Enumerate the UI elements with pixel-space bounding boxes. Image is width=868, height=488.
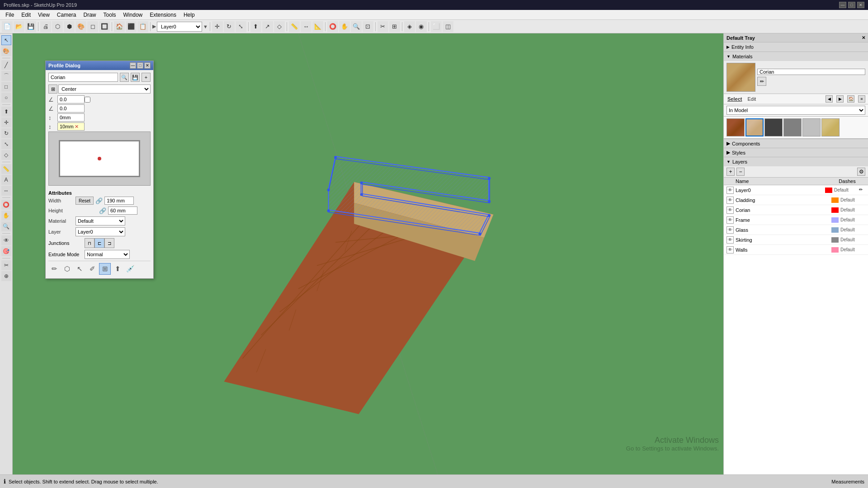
- mat-swatch-darkgray[interactable]: [764, 118, 783, 136]
- zoom-tool2[interactable]: 🔍: [1, 221, 11, 231]
- profile-tool-draw[interactable]: ✏: [48, 263, 60, 275]
- material-select[interactable]: Default: [75, 216, 125, 225]
- toolbar-layers[interactable]: 📋: [137, 21, 148, 32]
- profile-tool-shape[interactable]: ⬡: [61, 263, 73, 275]
- toolbar-zoomextents[interactable]: ⊡: [363, 21, 373, 32]
- layer-color-frame[interactable]: [831, 217, 839, 223]
- menu-help[interactable]: Help: [180, 11, 198, 19]
- paint-tool[interactable]: 🎨: [1, 46, 11, 56]
- select-tool[interactable]: ↖: [1, 35, 11, 45]
- mat-swatch-lightgray[interactable]: [802, 118, 821, 136]
- minimize-btn[interactable]: —: [839, 2, 846, 8]
- mat-back-icon[interactable]: ◀: [826, 95, 833, 103]
- layer-vis-walls[interactable]: 👁: [726, 246, 734, 253]
- text-tool[interactable]: A: [1, 175, 11, 185]
- mat-tab-edit[interactable]: Edit: [746, 96, 757, 102]
- menu-file[interactable]: File: [2, 11, 18, 19]
- axes-tool[interactable]: ⊕: [1, 271, 11, 281]
- profile-align-select[interactable]: Center Left Right Top Bottom: [58, 84, 151, 94]
- entity-info-header[interactable]: ▶ Entity Info: [724, 42, 868, 52]
- dialog-minimize[interactable]: —: [130, 62, 136, 69]
- dim-tool[interactable]: ↔: [1, 186, 11, 196]
- close-btn[interactable]: ✕: [857, 2, 864, 8]
- layer-color-skirting[interactable]: [831, 237, 839, 243]
- extrude-select[interactable]: Normal Follow Fixed: [85, 250, 130, 259]
- toolbar-sandbox[interactable]: ⬜: [431, 21, 442, 32]
- menu-view[interactable]: View: [34, 11, 53, 19]
- mat-pencil-btn[interactable]: ✏: [757, 77, 766, 86]
- move-tool[interactable]: ✛: [1, 117, 11, 127]
- canvas-area[interactable]: Profile Dialog — □ ✕ 🔍 💾 + ⊞: [13, 33, 723, 474]
- styles-header[interactable]: ▶ Styles: [724, 148, 868, 157]
- toolbar-erase[interactable]: ◻: [87, 21, 98, 32]
- toolbar-move[interactable]: ✛: [212, 21, 223, 32]
- default-tray-header[interactable]: Default Tray ✕: [724, 33, 868, 42]
- height-input[interactable]: [108, 206, 137, 215]
- rotate-tool[interactable]: ↻: [1, 128, 11, 138]
- toolbar-new[interactable]: 📄: [2, 21, 13, 32]
- dialog-titlebar[interactable]: Profile Dialog — □ ✕: [46, 61, 153, 70]
- menu-tools[interactable]: Tools: [100, 11, 120, 19]
- width-reset-btn[interactable]: Reset: [75, 197, 94, 205]
- circle-tool[interactable]: ○: [1, 93, 11, 103]
- mat-source-select[interactable]: In Model: [726, 106, 865, 115]
- profile-search-input[interactable]: [48, 73, 118, 82]
- toolbar-house[interactable]: 🏠: [114, 21, 125, 32]
- angle1-check[interactable]: [85, 97, 90, 103]
- toolbar-3d[interactable]: ⬡: [52, 21, 63, 32]
- arc-tool[interactable]: ⌒: [1, 71, 11, 81]
- layer-vis-skirting[interactable]: 👁: [726, 236, 734, 244]
- menu-extensions[interactable]: Extensions: [146, 11, 180, 19]
- pan-tool2[interactable]: ✋: [1, 211, 11, 221]
- toolbar-ext[interactable]: ⬛: [126, 21, 137, 32]
- layer-vis-corian[interactable]: 👁: [726, 206, 734, 214]
- layer-color-cladding[interactable]: [831, 197, 839, 203]
- layers-settings-btn[interactable]: ⚙: [857, 168, 865, 176]
- toolbar-tape[interactable]: 📏: [289, 21, 300, 32]
- toolbar-scale[interactable]: ⤡: [236, 21, 246, 32]
- width-input[interactable]: [104, 197, 134, 205]
- material-name-input[interactable]: [757, 69, 865, 75]
- mat-tab-select[interactable]: Select: [726, 96, 743, 102]
- toolbar-back[interactable]: ◉: [416, 21, 427, 32]
- profile-add-btn[interactable]: +: [142, 73, 151, 82]
- toolbar-pushpull[interactable]: ⬆: [250, 21, 261, 32]
- toolbar-paint[interactable]: 🔲: [99, 21, 110, 32]
- profile-save-btn[interactable]: 💾: [131, 73, 140, 82]
- lookat-tool[interactable]: 🎯: [1, 246, 11, 256]
- maximize-btn[interactable]: □: [848, 2, 855, 8]
- layer-dropdown[interactable]: Layer0: [157, 22, 202, 32]
- mat-home-icon[interactable]: 🏠: [847, 95, 854, 103]
- toolbar-sandbox2[interactable]: ◫: [443, 21, 453, 32]
- dialog-close[interactable]: ✕: [144, 62, 151, 69]
- toolbar-showsection[interactable]: ⊞: [389, 21, 400, 32]
- menu-camera[interactable]: Camera: [53, 11, 80, 19]
- toolbar-zoom[interactable]: 🔍: [351, 21, 362, 32]
- layer-edit-layer0[interactable]: ✏: [859, 187, 865, 193]
- layer-select[interactable]: Layer0: [75, 227, 125, 236]
- profile-tool-select[interactable]: ↖: [74, 263, 85, 275]
- angle1-input[interactable]: [57, 95, 85, 103]
- tape-tool[interactable]: 📏: [1, 164, 11, 174]
- toolbar-dim[interactable]: ↔: [301, 21, 311, 32]
- profile-tool-push[interactable]: ⬆: [112, 263, 123, 275]
- profile-tool-edit[interactable]: ✐: [86, 263, 98, 275]
- offset-tool[interactable]: ◇: [1, 150, 11, 160]
- dialog-maximize[interactable]: □: [137, 62, 143, 69]
- toolbar-section[interactable]: ✂: [377, 21, 388, 32]
- toolbar-material[interactable]: 🎨: [75, 21, 86, 32]
- layer-vis-frame[interactable]: 👁: [726, 216, 734, 224]
- profile-grid-icon[interactable]: ⊞: [48, 84, 57, 94]
- mat-detail-icon[interactable]: ≡: [858, 95, 865, 103]
- tray-close-btn[interactable]: ✕: [862, 35, 865, 40]
- menu-window[interactable]: Window: [120, 11, 146, 19]
- layer-color-layer0[interactable]: [825, 188, 832, 193]
- layer-vis-cladding[interactable]: 👁: [726, 197, 734, 204]
- profile-tool-active[interactable]: ⊞: [99, 263, 111, 275]
- toolbar-component[interactable]: ⬢: [64, 21, 75, 32]
- junc-btn-2[interactable]: ⊏: [94, 238, 104, 248]
- toolbar-protractor[interactable]: 📐: [312, 21, 323, 32]
- layer-vis-glass[interactable]: 👁: [726, 226, 734, 234]
- mat-swatch-beige[interactable]: [745, 118, 764, 136]
- components-header[interactable]: ▶ Components: [724, 139, 868, 148]
